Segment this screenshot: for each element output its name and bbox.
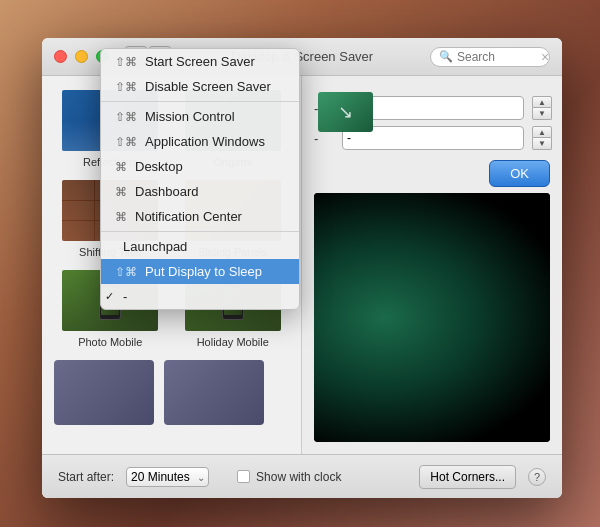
stepper-1: ▲ ▼ xyxy=(532,96,550,120)
shortcut-mission-ctrl: ⇧⌘ xyxy=(115,110,137,124)
menu-label-dashboard: Dashboard xyxy=(135,184,285,199)
menu-item-dash[interactable]: ✓ - xyxy=(101,284,299,309)
search-input[interactable] xyxy=(457,50,537,64)
menu-label-start-ss: Start Screen Saver xyxy=(145,54,285,69)
context-menu: ⇧⌘ Start Screen Saver ⇧⌘ Disable Screen … xyxy=(100,48,300,310)
controls-row2-label: - xyxy=(314,131,334,146)
menu-label-display-sleep: Put Display to Sleep xyxy=(145,264,285,279)
shortcut-display-sleep: ⇧⌘ xyxy=(115,265,137,279)
show-clock-text: Show with clock xyxy=(256,470,341,484)
stepper-2: ▲ ▼ xyxy=(532,126,550,150)
menu-item-dashboard[interactable]: ⌘ Dashboard xyxy=(101,179,299,204)
thumb-partial-1[interactable] xyxy=(54,360,154,425)
stepper-up-1[interactable]: ▲ xyxy=(532,96,552,108)
menu-item-start-screen-saver[interactable]: ⇧⌘ Start Screen Saver xyxy=(101,49,299,74)
menu-label-app-windows: Application Windows xyxy=(145,134,285,149)
shortcut-disable-ss: ⇧⌘ xyxy=(115,80,137,94)
partial-row xyxy=(50,356,293,429)
stepper-up-2[interactable]: ▲ xyxy=(532,126,552,138)
thumb-label-holiday: Holiday Mobile xyxy=(197,336,269,348)
menu-label-desktop: Desktop xyxy=(135,159,285,174)
hot-corner-preview: ↘ xyxy=(318,92,373,132)
thumb-partial-2[interactable] xyxy=(164,360,264,425)
menu-separator-1 xyxy=(101,101,299,102)
menu-item-desktop[interactable]: ⌘ Desktop xyxy=(101,154,299,179)
start-after-select[interactable]: 20 Minutes xyxy=(126,467,209,487)
help-button[interactable]: ? xyxy=(528,468,546,486)
show-clock-label[interactable]: Show with clock xyxy=(237,470,341,484)
menu-item-mission-control[interactable]: ⇧⌘ Mission Control xyxy=(101,104,299,129)
search-icon: 🔍 xyxy=(439,50,453,63)
menu-item-put-display-sleep[interactable]: ⇧⌘ Put Display to Sleep xyxy=(101,259,299,284)
minimize-button[interactable] xyxy=(75,50,88,63)
menu-checkmark-dash: ✓ xyxy=(105,290,114,303)
shortcut-app-windows: ⇧⌘ xyxy=(115,135,137,149)
bottom-bar: Start after: 20 Minutes Show with clock … xyxy=(42,454,562,498)
search-bar: 🔍 × xyxy=(430,47,550,67)
ok-button[interactable]: OK xyxy=(489,160,550,187)
shortcut-dashboard: ⌘ xyxy=(115,185,127,199)
stepper-down-1[interactable]: ▼ xyxy=(532,108,552,120)
menu-label-mission-ctrl: Mission Control xyxy=(145,109,285,124)
stepper-down-2[interactable]: ▼ xyxy=(532,138,552,150)
shortcut-start-ss: ⇧⌘ xyxy=(115,55,137,69)
shortcut-notification: ⌘ xyxy=(115,210,127,224)
hot-corners-button[interactable]: Hot Corners... xyxy=(419,465,516,489)
start-after-select-wrapper: 20 Minutes xyxy=(126,467,209,487)
menu-item-notification-center[interactable]: ⌘ Notification Center xyxy=(101,204,299,229)
preview-area xyxy=(314,193,550,442)
close-button[interactable] xyxy=(54,50,67,63)
menu-separator-2 xyxy=(101,231,299,232)
hc-image: ↘ xyxy=(318,92,373,132)
menu-item-disable-screen-saver[interactable]: ⇧⌘ Disable Screen Saver xyxy=(101,74,299,99)
right-panel: ↘ - - ▲ ▼ - - xyxy=(302,76,562,498)
menu-label-launchpad: Launchpad xyxy=(123,239,285,254)
preview-rays xyxy=(314,193,550,442)
menu-item-application-windows[interactable]: ⇧⌘ Application Windows xyxy=(101,129,299,154)
shortcut-desktop: ⌘ xyxy=(115,160,127,174)
menu-label-dash: - xyxy=(123,289,285,304)
menu-label-notification: Notification Center xyxy=(135,209,285,224)
search-clear-button[interactable]: × xyxy=(541,50,549,64)
menu-label-disable-ss: Disable Screen Saver xyxy=(145,79,285,94)
show-clock-checkbox[interactable] xyxy=(237,470,250,483)
start-after-label: Start after: xyxy=(58,470,114,484)
hc-arrow-icon: ↘ xyxy=(338,101,353,123)
thumb-label-photo: Photo Mobile xyxy=(78,336,142,348)
menu-item-launchpad[interactable]: Launchpad xyxy=(101,234,299,259)
